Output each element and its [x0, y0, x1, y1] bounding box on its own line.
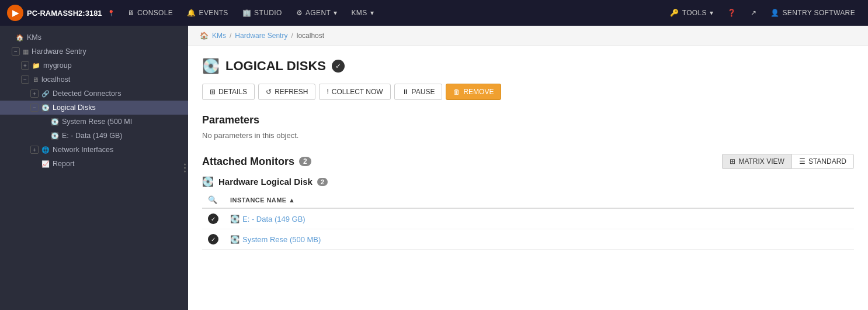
matrix-view-label: MATRIX VIEW [738, 157, 784, 166]
sidebar-item-localhost[interactable]: − 🖥 localhost [0, 73, 188, 87]
nav-help[interactable]: ❓ [721, 5, 742, 20]
disk-icon: 💽 [230, 215, 239, 223]
expand-mygroup[interactable]: + [21, 61, 29, 70]
pause-button[interactable]: ⏸ PAUSE [394, 84, 443, 100]
sidebar-item-kms[interactable]: 🏠 KMs [0, 30, 188, 44]
nav-user[interactable]: 👤 SENTRY SOFTWARE [765, 5, 861, 20]
sidebar-item-system-rese[interactable]: 💽 System Rese (500 MI [0, 115, 188, 129]
refresh-label: REFRESH [275, 88, 308, 96]
user-icon: 👤 [770, 9, 779, 17]
refresh-button[interactable]: ↺ REFRESH [258, 84, 315, 100]
breadcrumb-kms-link[interactable]: KMs [212, 32, 226, 40]
e-data-icon: 💽 [51, 132, 59, 140]
view-buttons: ⊞ MATRIX VIEW ☰ STANDARD [722, 154, 854, 169]
expand-network-interfaces[interactable]: + [30, 146, 39, 154]
tools-dropdown-icon: ▾ [710, 9, 713, 17]
parameters-title: Parameters [202, 114, 854, 126]
sidebar-label-localhost: localhost [41, 75, 70, 84]
sidebar-item-detected-connectors[interactable]: + 🔗 Detected Connectors [0, 87, 188, 101]
main-content: 🏠 KMs / Hardware Sentry / localhost 💽 LO… [188, 26, 868, 310]
sidebar-item-hardware-sentry[interactable]: − ▦ Hardware Sentry [0, 44, 188, 58]
monitors-count-badge: 2 [299, 157, 311, 166]
external-link-icon: ↗ [751, 9, 756, 17]
instance-link[interactable]: 💽 E: - Data (149 GB) [230, 215, 848, 223]
collect-label: COLLECT NOW [332, 88, 383, 96]
details-icon: ⊞ [210, 88, 216, 96]
console-icon: 🖥 [127, 9, 134, 17]
matrix-view-button[interactable]: ⊞ MATRIX VIEW [722, 154, 791, 169]
nav-external-link[interactable]: ↗ [745, 5, 762, 20]
details-button[interactable]: ⊞ DETAILS [202, 84, 255, 100]
sidebar-label-kms: KMs [27, 33, 41, 42]
network-icon: 🌐 [41, 146, 50, 154]
expand-logical-disks[interactable]: − [30, 104, 39, 112]
instance-name-cell: 💽 System Rese (500 MB) [224, 229, 854, 250]
sidebar-item-e-data[interactable]: 💽 E: - Data (149 GB) [0, 129, 188, 143]
agent-label: AGENT [305, 9, 331, 17]
expand-detected-connectors[interactable]: + [30, 89, 39, 98]
expand-localhost[interactable]: − [21, 75, 29, 84]
attached-monitors-title: Attached Monitors 2 [202, 156, 311, 168]
logical-disks-icon: 💽 [41, 104, 50, 112]
studio-label: STUDIO [254, 9, 282, 17]
sidebar-label-hardware-sentry: Hardware Sentry [32, 47, 86, 56]
disk-icon: 💽 [230, 235, 239, 244]
pin-icon: 📍 [107, 10, 114, 16]
col-filter: 🔍 [202, 192, 224, 208]
help-icon: ❓ [727, 9, 736, 17]
page-header: 💽 LOGICAL DISKS ✓ [202, 58, 854, 74]
brand-logo[interactable]: ▶ PC-RAMASSH2:3181 📍 [7, 5, 114, 21]
nav-agent[interactable]: ⚙ AGENT ▾ [290, 5, 343, 20]
sidebar-item-report[interactable]: 📈 Report [0, 157, 188, 171]
events-label: EVENTS [199, 9, 228, 17]
attached-monitors-header: Attached Monitors 2 ⊞ MATRIX VIEW ☰ STAN… [202, 154, 854, 169]
breadcrumb-hardware-sentry-link[interactable]: Hardware Sentry [235, 32, 287, 40]
sidebar-label-network-interfaces: Network Interfaces [53, 146, 113, 154]
monitor-table-header-row: 🔍 INSTANCE NAME ▲ [202, 192, 854, 208]
sidebar-item-logical-disks[interactable]: − 💽 Logical Disks [0, 101, 188, 115]
refresh-icon: ↺ [266, 88, 272, 96]
sidebar-resize-handle[interactable] [184, 164, 186, 173]
pause-label: PAUSE [412, 88, 435, 96]
home-icon: 🏠 [16, 34, 24, 42]
connectors-icon: 🔗 [41, 90, 50, 98]
expand-hardware-sentry[interactable]: − [12, 47, 20, 56]
page-status-check: ✓ [332, 60, 345, 73]
nav-console[interactable]: 🖥 CONSOLE [121, 5, 179, 20]
sidebar-label-report: Report [53, 160, 75, 168]
user-label: SENTRY SOFTWARE [782, 9, 855, 17]
breadcrumb-sep2: / [291, 32, 293, 40]
remove-button[interactable]: 🗑 REMOVE [446, 84, 501, 100]
monitor-section: 💽 Hardware Logical Disk 2 🔍 INSTANCE NAM… [202, 176, 854, 250]
table-row: ✓ 💽 System Rese (500 MB) [202, 229, 854, 250]
sidebar-item-mygroup[interactable]: + 📁 mygroup [0, 58, 188, 73]
sidebar-label-e-data: E: - Data (149 GB) [62, 132, 123, 140]
collect-now-button[interactable]: ! COLLECT NOW [319, 84, 390, 100]
col-instance-name: INSTANCE NAME ▲ [224, 192, 854, 208]
nav-tools[interactable]: 🔑 TOOLS ▾ [664, 5, 719, 20]
breadcrumb-sep1: / [230, 32, 231, 40]
nav-studio[interactable]: 🏢 STUDIO [237, 5, 288, 20]
agent-dropdown-icon: ▾ [334, 9, 337, 17]
report-icon: 📈 [41, 160, 50, 168]
nav-kms[interactable]: KMS ▾ [345, 5, 379, 20]
instance-name-header: INSTANCE NAME [230, 197, 287, 204]
sidebar: 🏠 KMs − ▦ Hardware Sentry + 📁 mygroup − … [0, 26, 188, 310]
table-row: ✓ 💽 E: - Data (149 GB) [202, 208, 854, 229]
remove-icon: 🗑 [453, 88, 460, 96]
toolbar: ⊞ DETAILS ↺ REFRESH ! COLLECT NOW ⏸ PAUS… [202, 84, 854, 100]
monitor-instances-body: ✓ 💽 E: - Data (149 GB) ✓ 💽 System Rese (… [202, 208, 854, 250]
instance-link[interactable]: 💽 System Rese (500 MB) [230, 235, 848, 244]
filter-icon[interactable]: 🔍 [208, 195, 217, 204]
tools-label: TOOLS [682, 9, 707, 17]
monitors-title-text: Attached Monitors [202, 156, 294, 168]
monitor-instances-table: 🔍 INSTANCE NAME ▲ ✓ [202, 192, 854, 250]
nav-events[interactable]: 🔔 EVENTS [181, 5, 234, 20]
sidebar-label-mygroup: mygroup [43, 61, 72, 70]
monitor-title: Hardware Logical Disk [218, 177, 313, 187]
brand-name: PC-RAMASSH2:3181 [27, 9, 102, 18]
top-navigation: ▶ PC-RAMASSH2:3181 📍 🖥 CONSOLE 🔔 EVENTS … [0, 0, 868, 26]
parameters-empty: No parameters in this object. [202, 131, 854, 140]
standard-view-button[interactable]: ☰ STANDARD [791, 154, 854, 169]
sidebar-item-network-interfaces[interactable]: + 🌐 Network Interfaces [0, 143, 188, 157]
